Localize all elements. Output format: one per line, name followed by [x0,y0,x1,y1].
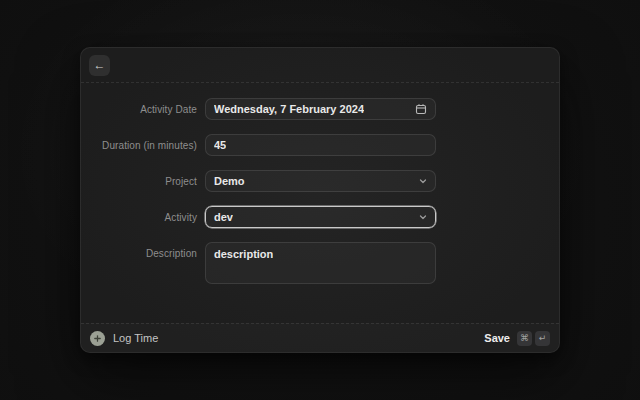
command-key-icon: ⌘ [517,331,532,346]
project-dropdown[interactable]: Demo [205,170,436,192]
activity-date-input[interactable]: Wednesday, 7 February 2024 [205,98,436,120]
calendar-icon [415,103,427,115]
project-label: Project [81,176,197,187]
form-row-activity-date: Activity Date Wednesday, 7 February 2024 [81,98,559,120]
window-header: ← [81,48,559,83]
shortcut-keys: ⌘ ↵ [517,331,550,346]
chevron-down-icon [419,177,427,185]
extension-clock-icon [90,331,105,346]
chevron-down-icon [419,213,427,221]
desktop-background: ← Activity Date Wednesday, 7 February 20… [0,0,640,400]
action-bar: Log Time Save ⌘ ↵ [81,323,559,352]
save-button[interactable]: Save [484,332,510,344]
description-textarea[interactable]: description [205,242,436,284]
activity-value: dev [214,211,233,223]
save-action: Save ⌘ ↵ [484,331,550,346]
form-row-project: Project Demo [81,170,559,192]
log-time-form: Activity Date Wednesday, 7 February 2024 [81,83,559,284]
description-value: description [214,248,273,260]
return-key-icon: ↵ [535,331,550,346]
form-row-duration: Duration (in minutes) 45 [81,134,559,156]
activity-label: Activity [81,212,197,223]
description-label: Description [81,242,197,259]
duration-value: 45 [214,139,226,151]
back-arrow-icon: ← [94,59,106,71]
activity-date-label: Activity Date [81,104,197,115]
back-button[interactable]: ← [89,55,110,76]
command-name: Log Time [113,332,158,344]
project-value: Demo [214,175,245,187]
activity-date-value: Wednesday, 7 February 2024 [214,103,364,115]
duration-input[interactable]: 45 [205,134,436,156]
log-time-window: ← Activity Date Wednesday, 7 February 20… [80,47,560,353]
form-row-description: Description description [81,242,559,284]
duration-label: Duration (in minutes) [81,140,197,151]
form-row-activity: Activity dev [81,206,559,228]
activity-dropdown[interactable]: dev [205,206,436,228]
